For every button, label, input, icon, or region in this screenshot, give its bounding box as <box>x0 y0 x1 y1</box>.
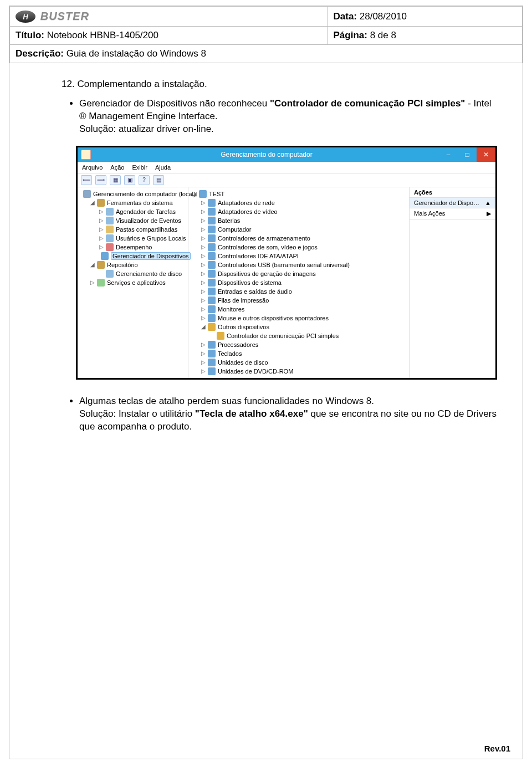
tree-item[interactable]: ▷Controladores USB (barramento serial un… <box>190 260 408 269</box>
tree-node-label: Dispositivos de geração de imagens <box>218 270 316 277</box>
tree-node-label: Ferramentas do sistema <box>107 200 173 206</box>
tree-node-icon <box>97 279 105 287</box>
expand-icon[interactable]: ▷ <box>201 341 206 347</box>
tree-item[interactable]: Controlador de comunicação PCI simples <box>190 331 408 340</box>
tree-item[interactable]: Gerenciador de Dispositivos <box>79 252 187 260</box>
expand-icon[interactable]: ◢ <box>90 200 95 206</box>
content-body: 12. Complementando a instalação. Gerenci… <box>9 63 523 449</box>
tree-item[interactable]: ▷Unidades de DVD/CD-ROM <box>190 367 408 376</box>
menu-item[interactable]: Ação <box>110 164 124 171</box>
maximize-button[interactable]: □ <box>458 147 477 162</box>
toolbar-icon[interactable]: ▦ <box>110 175 121 185</box>
tree-item[interactable]: ▷Monitores <box>190 305 408 314</box>
menu-item[interactable]: Exibir <box>132 164 147 171</box>
tree-item[interactable]: ▷Mouse e outros dispositivos apontadores <box>190 314 408 323</box>
tree-node-label: Processadores <box>218 341 258 348</box>
tree-node-icon <box>208 314 216 322</box>
expand-icon[interactable]: ▷ <box>201 350 206 356</box>
expand-icon[interactable]: ▷ <box>201 288 206 294</box>
tree-item[interactable]: ▷Desempenho <box>79 243 187 252</box>
tree-item[interactable]: ▷Dispositivos de sistema <box>190 278 408 287</box>
expand-icon[interactable]: ◢ <box>192 191 197 197</box>
tree-item[interactable]: ▷Entradas e saídas de áudio <box>190 287 408 296</box>
expand-icon[interactable]: ▷ <box>99 235 104 241</box>
pagina-value: 8 de 8 <box>370 30 396 40</box>
expand-icon[interactable]: ▷ <box>201 235 206 241</box>
tree-item[interactable]: ▷Teclados <box>190 349 408 358</box>
expand-icon[interactable]: ▷ <box>201 262 206 268</box>
left-tree-pane[interactable]: Gerenciamento do computador (local)◢Ferr… <box>78 187 188 378</box>
tree-item[interactable]: ◢Outros dispositivos <box>190 323 408 331</box>
data-label: Data: <box>334 11 357 22</box>
tree-item[interactable]: ▷Processadores <box>190 340 408 349</box>
expand-icon[interactable]: ▷ <box>90 279 95 285</box>
tree-item[interactable]: Gerenciamento de disco <box>79 269 187 278</box>
back-icon[interactable]: ⟸ <box>81 175 92 185</box>
tree-item[interactable]: ▷Agendador de Tarefas <box>79 207 187 216</box>
tree-item[interactable]: ◢Repositório <box>79 260 187 269</box>
expand-icon[interactable]: ▷ <box>99 244 104 250</box>
tree-node-icon <box>208 296 216 304</box>
menu-item[interactable]: Ajuda <box>155 164 171 171</box>
tree-node-icon <box>208 305 216 313</box>
tree-node-icon <box>208 350 216 357</box>
tree-item[interactable]: ▷Pastas compartilhadas <box>79 225 187 234</box>
expand-icon[interactable]: ▷ <box>201 279 206 285</box>
expand-icon[interactable]: ◢ <box>201 324 206 330</box>
tree-item[interactable]: ▷Controladores de som, vídeo e jogos <box>190 243 408 252</box>
tree-item[interactable]: ▷Controladores IDE ATA/ATAPI <box>190 252 408 260</box>
device-tree-pane[interactable]: ◢TEST▷Adaptadores de rede▷Adaptadores de… <box>188 187 410 378</box>
expand-icon[interactable]: ▷ <box>201 359 206 365</box>
expand-icon[interactable]: ▷ <box>201 244 206 250</box>
expand-icon[interactable]: ▷ <box>99 217 104 223</box>
help-icon[interactable]: ? <box>139 175 150 185</box>
toolbar-icon[interactable]: ▣ <box>124 175 135 185</box>
expand-icon[interactable]: ▷ <box>201 270 206 277</box>
tree-item[interactable]: ▷Adaptadores de rede <box>190 198 408 207</box>
expand-icon[interactable]: ▷ <box>201 200 206 206</box>
tree-item[interactable]: ▷Unidades de disco <box>190 358 408 367</box>
tree-item[interactable]: ▷Filas de impressão <box>190 296 408 305</box>
expand-icon[interactable]: ▷ <box>201 297 206 303</box>
collapse-icon[interactable]: ▲ <box>485 200 491 206</box>
tree-item[interactable]: ◢Ferramentas do sistema <box>79 198 187 207</box>
tree-item[interactable]: Gerenciamento do computador (local) <box>79 190 187 198</box>
tree-item[interactable]: ▷Adaptadores de vídeo <box>190 207 408 216</box>
step-title: Complementando a instalação. <box>77 79 207 89</box>
tree-item[interactable]: ▷Usuários e Grupos Locais <box>79 234 187 243</box>
menu-item[interactable]: Arquivo <box>82 164 103 171</box>
tree-item[interactable]: ▷Serviços e aplicativos <box>79 278 187 287</box>
tree-item[interactable]: ▷Baterias <box>190 216 408 225</box>
tree-item[interactable]: ▷Dispositivos de geração de imagens <box>190 269 408 278</box>
expand-icon[interactable]: ▷ <box>201 217 206 223</box>
close-button[interactable]: ✕ <box>477 147 495 162</box>
expand-icon[interactable]: ▷ <box>99 208 104 214</box>
expand-icon[interactable]: ▷ <box>201 208 206 214</box>
tree-node-label: Mouse e outros dispositivos apontadores <box>218 315 329 321</box>
tree-node-label: Gerenciamento do computador (local) <box>93 191 196 197</box>
expand-icon[interactable]: ◢ <box>90 262 95 268</box>
actions-more[interactable]: Mais Ações ▶ <box>410 208 495 219</box>
step-heading: 12. Complementando a instalação. <box>62 79 500 90</box>
tree-item[interactable]: ▷Visualizador de Eventos <box>79 216 187 225</box>
expand-icon[interactable]: ▷ <box>201 306 206 312</box>
titlebar[interactable]: Gerenciamento do computador – □ ✕ <box>78 147 495 162</box>
tree-node-label: Serviços e aplicativos <box>107 279 166 286</box>
expand-icon[interactable]: ▷ <box>201 315 206 321</box>
tree-node-icon <box>208 341 216 349</box>
expand-icon[interactable]: ▷ <box>201 226 206 232</box>
tree-item[interactable]: ▷Computador <box>190 225 408 234</box>
tree-item[interactable]: ▷Controladores de armazenamento <box>190 234 408 243</box>
actions-panel-title[interactable]: Gerenciador de Dispo… ▲ <box>410 198 495 208</box>
toolbar: ⟸ ⟹ ▦ ▣ ? ▤ <box>78 173 495 187</box>
toolbar-icon[interactable]: ▤ <box>153 175 164 185</box>
tree-item[interactable]: ◢TEST <box>190 190 408 198</box>
forward-icon[interactable]: ⟹ <box>95 175 106 185</box>
pagina-label: Página: <box>334 30 367 40</box>
actions-pane: Ações Gerenciador de Dispo… ▲ Mais Ações… <box>410 187 495 378</box>
expand-icon[interactable]: ▷ <box>201 368 206 374</box>
minimize-button[interactable]: – <box>439 147 458 162</box>
expand-icon[interactable]: ▷ <box>99 226 104 232</box>
header-table: BUSTER Data: 28/08/2010 Título: Notebook… <box>9 6 523 63</box>
expand-icon[interactable]: ▷ <box>201 253 206 259</box>
